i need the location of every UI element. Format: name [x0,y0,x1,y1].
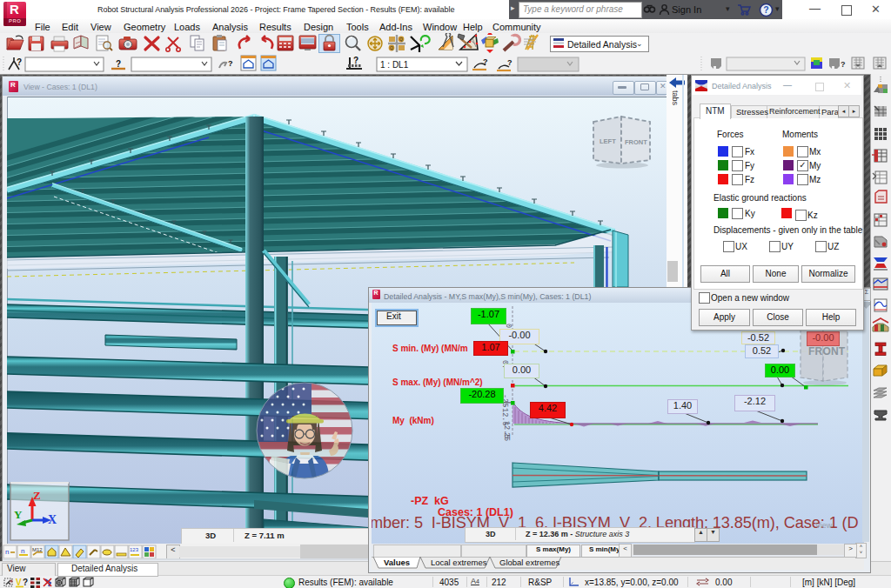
svg-text:?: ? [23,578,28,587]
svg-text:?: ? [353,56,358,65]
svg-text:Z: Z [33,489,41,502]
svg-text:FRONT: FRONT [625,138,647,146]
svg-text:V: V [16,578,22,587]
svg-text:?: ? [116,59,121,69]
svg-text:?: ? [763,4,768,15]
svg-text:X: X [48,513,57,526]
svg-text:n: n [21,547,24,555]
svg-text:Q: Q [399,37,403,42]
svg-text:Y: Y [14,508,23,521]
svg-text:25: 25 [502,432,511,441]
svg-text:123: 123 [130,547,139,552]
svg-text:?: ? [17,57,22,67]
svg-text:M12: M12 [32,547,43,552]
svg-text:?: ? [483,57,488,66]
svg-text:Values: Values [384,558,410,567]
svg-text:Global extremes: Global extremes [499,558,559,567]
svg-text:Local extremes: Local extremes [431,558,487,567]
svg-text:1 : DL1: 1 : DL1 [380,60,409,70]
svg-text:?: ? [841,60,846,69]
svg-text:?: ? [507,58,512,67]
svg-text:LEFT: LEFT [600,137,616,145]
svg-text:?: ? [228,59,233,68]
svg-text:n: n [5,548,9,556]
svg-text:Q: Q [390,45,393,50]
